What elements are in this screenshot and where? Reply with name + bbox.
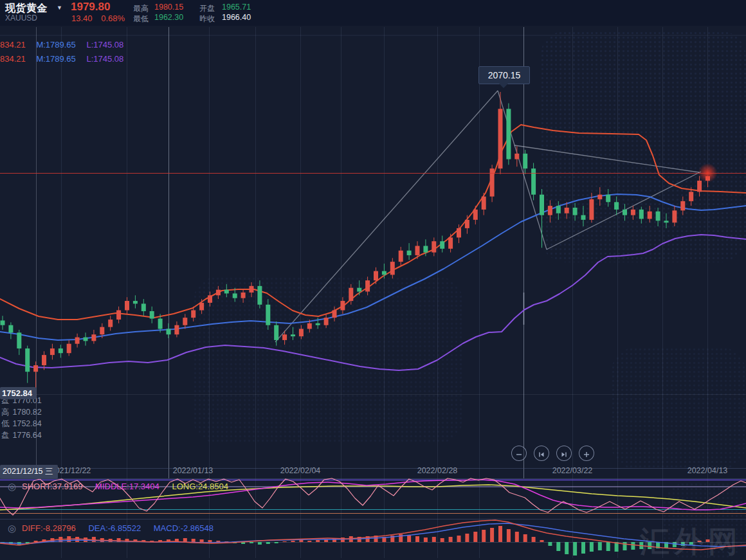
candle[interactable] <box>150 311 154 319</box>
candle[interactable] <box>50 348 55 355</box>
candle[interactable] <box>614 202 619 210</box>
candle[interactable] <box>565 208 569 213</box>
candle[interactable] <box>531 168 536 195</box>
candle[interactable] <box>540 195 544 215</box>
candle[interactable] <box>399 251 403 262</box>
candle[interactable] <box>75 338 80 344</box>
candle[interactable] <box>523 154 527 168</box>
candlestick-chart[interactable] <box>0 0 746 560</box>
candle[interactable] <box>100 327 104 335</box>
candle[interactable] <box>374 271 378 281</box>
candle[interactable] <box>183 318 187 325</box>
candle[interactable] <box>133 301 138 303</box>
candle[interactable] <box>349 288 353 301</box>
candle[interactable] <box>91 334 96 341</box>
macd-settings-gear-icon[interactable]: ◎ <box>8 523 16 533</box>
skip-to-start-button[interactable] <box>534 446 549 461</box>
candle[interactable] <box>680 201 685 211</box>
candle[interactable] <box>25 348 30 372</box>
stochastic-settings-gear-icon[interactable]: ◎ <box>8 482 16 491</box>
candle[interactable] <box>631 210 635 215</box>
candle[interactable] <box>324 318 329 325</box>
candle[interactable] <box>291 334 295 336</box>
candle[interactable] <box>506 109 511 159</box>
x-axis-label: 2022/03/22 <box>552 466 593 475</box>
candle[interactable] <box>672 210 677 222</box>
candle[interactable] <box>573 208 578 215</box>
candle[interactable] <box>423 246 428 252</box>
x-axis-label: 2022/02/28 <box>417 466 458 475</box>
candle[interactable] <box>125 301 129 311</box>
candle[interactable] <box>307 323 312 329</box>
candle[interactable] <box>316 323 320 325</box>
candle[interactable] <box>17 332 21 348</box>
candle[interactable] <box>514 154 519 159</box>
crosshair-date-badge: 2021/12/15 三 <box>0 465 58 479</box>
candle[interactable] <box>174 325 179 335</box>
candle[interactable] <box>639 210 644 219</box>
candle[interactable] <box>8 325 13 333</box>
candle[interactable] <box>664 221 669 222</box>
candle[interactable] <box>407 251 412 255</box>
candle[interactable] <box>490 168 495 197</box>
candle[interactable] <box>689 192 693 201</box>
candle[interactable] <box>357 288 361 292</box>
candle[interactable] <box>556 206 561 213</box>
candle[interactable] <box>108 320 113 327</box>
candle[interactable] <box>266 305 270 325</box>
candle[interactable] <box>191 311 196 318</box>
boll-upper-value: 834.21 <box>0 40 26 50</box>
candle[interactable] <box>465 220 469 228</box>
candle[interactable] <box>548 206 552 215</box>
candle[interactable] <box>448 237 453 248</box>
candle[interactable] <box>33 365 38 372</box>
middle-value: MIDDLE:17.3404 <box>95 482 159 491</box>
candle[interactable] <box>42 355 46 365</box>
candle[interactable] <box>233 293 237 298</box>
candle[interactable] <box>432 241 436 252</box>
x-axis-label: 2022/02/04 <box>280 466 321 475</box>
candle[interactable] <box>498 109 503 168</box>
candle[interactable] <box>1 320 5 325</box>
candle[interactable] <box>158 319 163 329</box>
candle[interactable] <box>116 311 121 320</box>
candle[interactable] <box>648 212 652 219</box>
candle[interactable] <box>482 197 486 210</box>
candle[interactable] <box>250 286 254 293</box>
candle[interactable] <box>141 303 146 311</box>
candle[interactable] <box>274 325 278 340</box>
candle[interactable] <box>457 228 461 238</box>
chevron-down-icon[interactable]: ▼ <box>57 5 62 11</box>
boll-values-row-2: 834.21 M:1789.65 L:1745.08 <box>0 54 132 64</box>
candle[interactable] <box>606 195 610 203</box>
candle[interactable] <box>332 311 337 318</box>
candle[interactable] <box>440 241 444 249</box>
candle[interactable] <box>623 210 627 215</box>
candle[interactable] <box>581 215 586 220</box>
candle[interactable] <box>241 293 246 298</box>
skip-to-end-button[interactable] <box>556 446 572 461</box>
candle[interactable] <box>382 271 387 275</box>
candle[interactable] <box>59 348 63 353</box>
candle[interactable] <box>589 199 594 220</box>
candle[interactable] <box>473 210 478 220</box>
candle[interactable] <box>208 295 212 303</box>
zoom-in-button[interactable] <box>579 446 594 461</box>
candle[interactable] <box>282 334 287 340</box>
candle[interactable] <box>415 246 420 255</box>
candle[interactable] <box>216 290 221 296</box>
candle[interactable] <box>84 338 88 341</box>
candle[interactable] <box>224 290 229 294</box>
candle[interactable] <box>299 329 304 337</box>
candle[interactable] <box>199 303 204 311</box>
zoom-out-button[interactable] <box>511 446 527 461</box>
candle[interactable] <box>697 181 702 192</box>
candle[interactable] <box>597 195 602 199</box>
candle[interactable] <box>167 329 171 335</box>
candle[interactable] <box>340 301 345 311</box>
candle[interactable] <box>390 262 395 275</box>
candle[interactable] <box>656 212 660 221</box>
candle[interactable] <box>67 344 71 354</box>
candle[interactable] <box>365 280 370 291</box>
candle[interactable] <box>257 286 262 305</box>
